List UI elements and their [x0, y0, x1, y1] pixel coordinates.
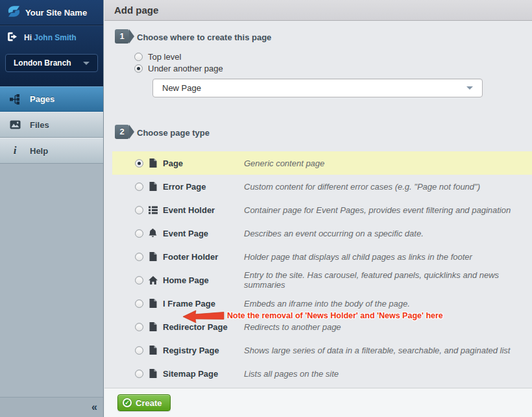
add-page-form: 1 Choose where to create this page Top l…: [104, 21, 532, 388]
parent-page-dropdown-value: New Page: [162, 83, 466, 93]
page-type-row-error-page[interactable]: Error Page Custom content for different …: [112, 175, 532, 198]
page-type-description: Redirects to another page: [244, 322, 341, 332]
greeting-prefix: Hi: [24, 33, 32, 42]
page-icon: [148, 158, 158, 168]
list-icon: [148, 206, 158, 214]
page-type-label: I Frame Page: [163, 299, 215, 309]
page-type-row-sitemap-page[interactable]: Sitemap Page Lists all pages on the site: [112, 362, 532, 385]
page-type-row-page[interactable]: Page Generic content page: [112, 151, 532, 175]
annotation-text: Note the removal of 'News Holder' and 'N…: [227, 311, 443, 320]
sidebar-item-files[interactable]: Files: [0, 112, 103, 138]
sidebar-item-label: Help: [30, 146, 48, 156]
page-type-description: Shows large series of data in a filterab…: [244, 346, 510, 355]
location-option-label: Under another page: [148, 64, 223, 73]
page-type-radio[interactable]: [135, 370, 143, 378]
branch-selector-value: London Branch: [14, 58, 83, 68]
bell-icon: [148, 229, 158, 238]
page-type-label: Sitemap Page: [163, 369, 218, 379]
page-type-label: Page: [163, 158, 183, 168]
step-2-badge: 2: [115, 125, 129, 139]
page-type-description: Custom content for different error cases…: [244, 182, 480, 192]
page-icon: [148, 182, 158, 191]
page-type-label: Event Page: [163, 229, 208, 238]
site-tree-icon: [8, 94, 21, 105]
create-button[interactable]: ✓ Create: [117, 394, 171, 411]
silverstripe-logo-icon: [6, 5, 21, 21]
page-icon: [148, 369, 158, 378]
page-type-label: Error Page: [163, 182, 206, 192]
page-type-radio[interactable]: [135, 229, 143, 238]
parent-page-dropdown[interactable]: New Page: [152, 79, 483, 97]
chevron-down-icon: [466, 86, 473, 90]
location-option-label: Top level: [148, 52, 181, 62]
sidebar-item-label: Files: [30, 120, 49, 130]
page-type-radio[interactable]: [135, 323, 143, 331]
sidebar: Your Site Name Hi John Smith London Bran…: [0, 0, 104, 417]
user-name-link[interactable]: John Smith: [34, 33, 76, 42]
annotation-arrow-icon: [182, 309, 225, 326]
page-type-radio[interactable]: [135, 276, 143, 284]
parent-location-options: Top level Under another page: [134, 51, 223, 74]
info-icon: i: [8, 146, 21, 155]
image-icon: [8, 120, 21, 129]
page-title: Add page: [104, 0, 532, 20]
page-icon: [148, 252, 158, 261]
sidebar-header: Your Site Name Hi John Smith London Bran…: [0, 0, 103, 86]
collapse-panel-button[interactable]: «: [91, 402, 97, 412]
logout-icon[interactable]: [7, 32, 18, 44]
divider: [0, 25, 103, 26]
page-type-description: Entry to the site. Has carousel, feature…: [244, 270, 532, 290]
site-name: Your Site Name: [25, 8, 87, 18]
page-type-radio[interactable]: [135, 159, 143, 168]
step-1-title: Choose where to create this page: [137, 32, 271, 42]
page-icon: [148, 299, 158, 308]
page-type-description: Generic content page: [244, 158, 324, 168]
page-type-radio[interactable]: [135, 299, 143, 308]
create-button-label: Create: [136, 398, 162, 408]
page-type-row-event-page[interactable]: Event Page Describes an event occurring …: [112, 221, 532, 245]
home-icon: [148, 276, 158, 284]
sidebar-empty-area: [0, 164, 103, 397]
page-icon: [148, 322, 158, 331]
page-type-radio[interactable]: [135, 346, 143, 355]
page-type-description: Container page for Event Pages, provides…: [244, 205, 511, 215]
page-type-label: Footer Holder: [163, 252, 218, 262]
page-type-description: Lists all pages on the site: [244, 369, 339, 379]
sidebar-item-pages[interactable]: Pages: [0, 86, 103, 112]
step-2-title: Choose page type: [137, 128, 210, 138]
chevron-down-icon: [83, 62, 90, 65]
sidebar-item-help[interactable]: i Help: [0, 138, 103, 164]
page-type-radio[interactable]: [135, 253, 143, 261]
step-1-badge: 1: [115, 29, 129, 44]
page-type-label: Event Holder: [163, 205, 215, 215]
location-option-under-another-page[interactable]: Under another page: [134, 62, 223, 74]
page-type-row-footer-holder[interactable]: Footer Holder Holder page that displays …: [112, 245, 532, 268]
check-icon: ✓: [123, 398, 132, 407]
page-type-label: Home Page: [163, 275, 209, 285]
page-type-list: Page Generic content page Error Page Cus…: [104, 151, 532, 385]
action-bar: ✓ Create: [104, 388, 532, 417]
page-type-row-registry-page[interactable]: Registry Page Shows large series of data…: [112, 338, 532, 362]
page-type-label: Registry Page: [163, 346, 219, 355]
sidebar-footer: «: [0, 397, 103, 417]
location-radio[interactable]: [134, 64, 143, 73]
page-type-radio[interactable]: [135, 183, 143, 191]
page-type-description: Holder page that displays all child page…: [244, 252, 472, 262]
sidebar-item-label: Pages: [30, 94, 54, 104]
location-option-top-level[interactable]: Top level: [134, 51, 223, 62]
location-radio[interactable]: [134, 53, 143, 61]
page-type-description: Describes an event occurring on a specif…: [244, 229, 424, 238]
page-type-row-home-page[interactable]: Home Page Entry to the site. Has carouse…: [112, 268, 532, 292]
main-panel: Add page 1 Choose where to create this p…: [104, 0, 532, 417]
page-type-radio[interactable]: [135, 206, 143, 214]
branch-selector[interactable]: London Branch: [5, 54, 98, 72]
page-icon: [148, 346, 158, 355]
main-header: Add page: [104, 0, 532, 21]
page-type-row-event-holder[interactable]: Event Holder Container page for Event Pa…: [112, 198, 532, 221]
page-type-description: Embeds an iframe into the body of the pa…: [244, 299, 410, 309]
